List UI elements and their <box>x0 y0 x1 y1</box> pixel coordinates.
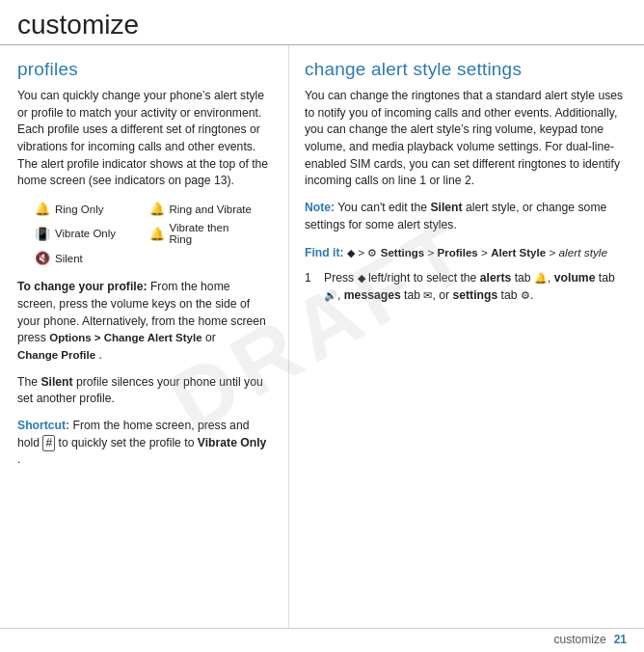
page-container: DRAFT customize profiles You can quickly… <box>0 0 644 652</box>
step-1: 1 Press ◆ left/right to select the alert… <box>305 269 629 305</box>
change-profile-text: To change your profile: From the home sc… <box>17 279 271 364</box>
change-alert-section-title: change alert style settings <box>305 59 629 80</box>
find-it-arrow2: > <box>427 246 437 259</box>
vibrate-only-shortcut: Vibrate Only <box>198 436 267 449</box>
page-header: customize <box>0 0 644 45</box>
step-1-body: Press ◆ left/right to select the alerts … <box>324 269 629 305</box>
change-profile-period: . <box>99 348 102 362</box>
find-it-alert-style: Alert Style <box>491 247 546 258</box>
note-text: Note: You can't edit the Silent alert st… <box>305 200 629 233</box>
silent-intro: The <box>17 375 40 389</box>
left-column: profiles You can quickly change your pho… <box>0 45 289 628</box>
find-it-profiles: Profiles <box>438 247 478 258</box>
silent-profile-text: The Silent profile silences your phone u… <box>17 374 271 408</box>
change-profile-option: Change Profile <box>17 349 95 361</box>
find-it-italic: alert style <box>559 246 607 259</box>
silent-icon: 🔇 <box>35 251 50 265</box>
profile-vibrate-ring: 🔔 Vibrate then Ring <box>149 220 255 247</box>
find-it-settings: Settings <box>381 247 424 258</box>
step-1-number: 1 <box>305 269 318 305</box>
vibrate-only-label: Vibrate Only <box>55 228 116 239</box>
find-it-arrow3: > <box>481 246 491 259</box>
change-profile-or: or <box>205 331 216 344</box>
profile-ring-vibrate: 🔔 Ring and Vibrate <box>149 200 255 218</box>
vibrate-ring-icon: 🔔 <box>149 227 165 241</box>
steps-list: 1 Press ◆ left/right to select the alert… <box>305 269 629 305</box>
silent-label: Silent <box>55 253 83 264</box>
find-it-label: Find it: <box>305 246 347 259</box>
vibrate-only-icon: 📳 <box>35 227 50 241</box>
change-alert-style-option: Options > Change Alert Style <box>49 332 201 343</box>
ring-only-label: Ring Only <box>55 204 104 215</box>
note-label: Note: <box>305 201 335 214</box>
profiles-section-title: profiles <box>17 59 271 80</box>
profile-silent: 🔇 Silent <box>35 249 140 267</box>
find-it-arrow4: > <box>549 246 558 259</box>
page-footer: customize 21 <box>0 628 644 652</box>
profile-ring-only: 🔔 Ring Only <box>35 200 140 218</box>
right-column: change alert style settings You can chan… <box>289 45 644 628</box>
shortcut-label: Shortcut: <box>17 419 69 432</box>
ring-only-icon: 🔔 <box>35 202 50 216</box>
hash-key-icon: # <box>42 435 55 450</box>
page-title: customize <box>17 10 627 41</box>
footer-page-number: 21 <box>614 633 627 646</box>
note-body: You can't edit the <box>337 201 430 214</box>
change-alert-body: You can change the ringtones that a stan… <box>305 88 629 190</box>
nav-dot-icon: ◆ <box>347 247 355 258</box>
vibrate-ring-label: Vibrate then Ring <box>170 222 255 245</box>
ring-vibrate-icon: 🔔 <box>149 202 165 216</box>
shortcut-body2: to quickly set the profile to <box>59 436 198 449</box>
shortcut-end: . <box>17 452 20 466</box>
find-it-arrow1: > <box>358 246 367 259</box>
silent-bold: Silent <box>40 375 72 389</box>
profiles-intro: You can quickly change your phone’s aler… <box>17 88 271 190</box>
profile-icons-grid: 🔔 Ring Only 🔔 Ring and Vibrate 📳 Vibrate… <box>35 200 254 267</box>
footer-section-label: customize <box>554 633 606 646</box>
ring-vibrate-label: Ring and Vibrate <box>170 204 252 215</box>
shortcut-text: Shortcut: From the home screen, press an… <box>17 418 271 469</box>
settings-icon: ⚙ <box>367 247 377 258</box>
profile-vibrate-only: 📳 Vibrate Only <box>35 220 140 247</box>
change-profile-title: To change your profile: <box>17 280 148 293</box>
note-silent-bold: Silent <box>430 201 462 214</box>
content-area: profiles You can quickly change your pho… <box>0 45 644 628</box>
find-it-block: Find it: ◆ > ⚙ Settings > Profiles > Ale… <box>305 244 629 262</box>
